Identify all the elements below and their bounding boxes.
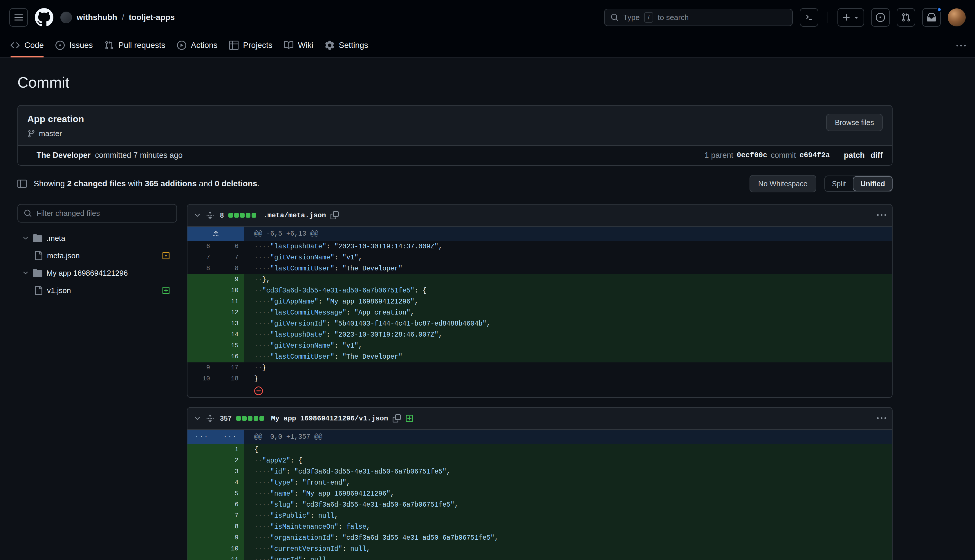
old-line-number[interactable] [187,340,216,352]
tree-item-v1.json[interactable]: v1.json [17,282,177,299]
command-palette-button[interactable] [800,8,818,27]
unfold-all-icon[interactable] [206,414,214,422]
notifications-button[interactable] [922,8,941,27]
old-line-number[interactable]: 7 [187,252,216,263]
unfold-all-icon[interactable] [206,211,214,219]
expand-hunk-button[interactable] [187,227,244,241]
old-line-number[interactable] [187,477,216,488]
old-line-number[interactable] [187,307,216,318]
tree-item-my-app-1698694121296[interactable]: My app 1698694121296 [17,264,177,282]
file-path[interactable]: .meta/meta.json [263,212,326,219]
file-path[interactable]: My app 1698694121296/v1.json [271,415,388,422]
new-line-number[interactable]: 17 [216,362,244,373]
old-line-number[interactable] [187,444,216,455]
old-line-number[interactable] [187,522,216,532]
new-line-number[interactable]: 5 [216,488,244,499]
new-line-number[interactable]: 6 [216,499,244,510]
hamburger-menu-button[interactable] [9,8,28,27]
old-line-number[interactable] [187,329,216,340]
new-line-number[interactable]: 14 [216,329,244,340]
browse-files-button[interactable]: Browse files [826,114,883,131]
old-line-number[interactable] [187,510,216,522]
new-line-number[interactable]: 6 [216,241,244,252]
old-line-number[interactable] [187,296,216,307]
issues-header-button[interactable] [871,8,890,27]
pr-icon [105,41,114,50]
commit-sha: e694f2a [800,151,830,160]
old-line-number[interactable] [187,499,216,510]
tab-pull-requests[interactable]: Pull requests [99,35,171,57]
new-line-number[interactable]: 2 [216,455,244,466]
github-logo[interactable] [35,8,53,27]
file-options-button[interactable] [877,414,886,423]
patch-link[interactable]: patch [844,151,865,160]
branch-name[interactable]: master [39,129,62,138]
old-line-number[interactable] [187,285,216,296]
chevron-down-icon[interactable] [22,235,29,242]
new-line-number[interactable]: 8 [216,522,244,532]
new-line-number[interactable]: 11 [216,555,244,560]
new-line-number[interactable]: 12 [216,307,244,318]
new-line-number[interactable]: 15 [216,340,244,352]
new-line-number[interactable]: 1 [216,444,244,455]
old-line-number[interactable]: 8 [187,263,216,274]
old-line-number[interactable]: 9 [187,362,216,373]
unified-view-button[interactable]: Unified [853,176,893,191]
breadcrumb-repo[interactable]: tooljet-apps [129,13,175,22]
new-line-number[interactable]: 16 [216,352,244,362]
old-line-number[interactable] [187,466,216,477]
old-line-number[interactable] [187,532,216,543]
old-line-number[interactable] [187,352,216,362]
new-line-number[interactable]: 8 [216,263,244,274]
old-line-number[interactable] [187,555,216,560]
copy-path-icon[interactable] [330,211,338,219]
tab-wiki[interactable]: Wiki [278,35,319,57]
new-line-number[interactable]: 10 [216,543,244,555]
tab-actions[interactable]: Actions [171,35,223,57]
old-line-number[interactable] [187,543,216,555]
collapse-file-icon[interactable] [193,211,202,219]
new-line-number[interactable]: 13 [216,318,244,329]
commit-author[interactable]: The Developer [37,151,90,160]
old-line-number[interactable] [187,274,216,285]
new-line-number[interactable]: 10 [216,285,244,296]
pull-requests-header-button[interactable] [897,8,915,27]
old-line-number[interactable] [187,318,216,329]
expand-hunk-button[interactable]: ······ [187,430,244,444]
collapse-file-icon[interactable] [193,414,202,422]
new-line-number[interactable]: 9 [216,532,244,543]
split-view-button[interactable]: Split [825,176,853,191]
breadcrumb-owner[interactable]: withshubh [77,13,117,22]
old-line-number[interactable]: 6 [187,241,216,252]
owner-avatar[interactable] [60,12,72,23]
file-tree-toggle-button[interactable] [17,179,27,188]
filter-files-input[interactable]: Filter changed files [17,204,177,223]
global-search-input[interactable]: Type / to search [604,9,793,26]
tab-issues[interactable]: Issues [50,35,99,57]
new-line-number[interactable]: 18 [216,373,244,385]
diff-link[interactable]: diff [870,151,883,160]
new-line-number[interactable]: 3 [216,466,244,477]
tree-item-.meta[interactable]: .meta [17,230,177,247]
old-line-number[interactable]: 10 [187,373,216,385]
copy-path-icon[interactable] [393,414,401,422]
new-line-number[interactable]: 4 [216,477,244,488]
file-options-button[interactable] [877,211,886,220]
user-avatar[interactable] [948,8,966,27]
no-whitespace-button[interactable]: No Whitespace [750,175,816,192]
chevron-down-icon[interactable] [22,270,29,277]
parent-sha-link[interactable]: 0ecf00c [737,151,767,160]
tree-item-meta.json[interactable]: meta.json [17,247,177,264]
new-line-number[interactable]: 11 [216,296,244,307]
old-line-number[interactable] [187,488,216,499]
old-line-number[interactable] [187,455,216,466]
create-new-button[interactable] [837,8,864,27]
new-line-number[interactable]: 7 [216,252,244,263]
tab-settings[interactable]: Settings [319,35,374,57]
new-line-number[interactable]: 7 [216,510,244,522]
tab-projects[interactable]: Projects [223,35,278,57]
nav-overflow-button[interactable] [952,37,970,55]
tab-code[interactable]: Code [5,35,50,57]
new-line-number[interactable]: 9 [216,274,244,285]
tab-label: Code [24,41,44,50]
